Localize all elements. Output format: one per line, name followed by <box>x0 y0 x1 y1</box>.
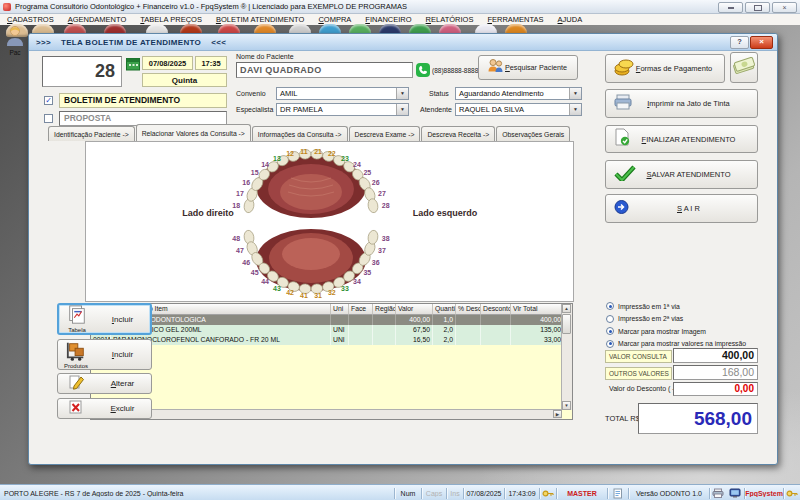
table-row[interactable]: 000159PARAMONOCLOROFENOL CANFORADO - FR … <box>91 335 572 345</box>
print-option[interactable]: Impressão em 1ª via <box>606 300 776 313</box>
tab-descreva-receita[interactable]: Descreva Receita -> <box>421 126 495 141</box>
table-header: NºDescrição do ItemUniFaceRegiãoValorQua… <box>91 304 572 315</box>
tooth-number-38: 38 <box>382 235 390 242</box>
column-header[interactable]: Face <box>349 304 373 315</box>
valor-consulta-value[interactable]: 400,00 <box>673 348 758 363</box>
tooth-number-11: 11 <box>300 148 308 155</box>
menu-item-cadastros[interactable]: CADASTROS <box>0 15 61 24</box>
scroll-right-icon[interactable]: ▶ <box>553 410 562 418</box>
dialog-close-button[interactable]: × <box>750 36 773 49</box>
valor-consulta-label: VALOR CONSULTA <box>605 350 672 363</box>
vscroll-thumb[interactable] <box>562 314 571 334</box>
column-header[interactable]: Uni <box>331 304 349 315</box>
radio-icon[interactable] <box>606 315 614 323</box>
atendente-select[interactable]: RAQUEL DA SILVA▼ <box>455 103 582 116</box>
nome-paciente-input[interactable]: DAVI QUADRADO <box>236 62 413 78</box>
dialog-help-button[interactable]: ? <box>730 36 749 49</box>
radio-icon[interactable] <box>606 327 614 335</box>
menu-item-ajuda[interactable]: AJUDA <box>551 15 590 24</box>
tooth-number-45: 45 <box>251 269 259 276</box>
table-cell: 16,50 <box>396 335 433 345</box>
menu-item-compra[interactable]: COMPRA <box>311 15 358 24</box>
outros-valores-value[interactable]: 168,00 <box>673 365 758 380</box>
time-field[interactable]: 17:35 <box>195 56 227 70</box>
whatsapp-icon[interactable] <box>416 63 430 81</box>
atendente-value: RAQUEL DA SILVA <box>459 105 524 114</box>
chevron-down-icon[interactable]: ▼ <box>396 104 408 115</box>
window-controls: × <box>718 2 797 13</box>
produtos-caption: Produtos <box>58 363 94 369</box>
restore-button[interactable] <box>745 2 770 13</box>
dialog-titlebar[interactable]: >>> TELA BOLETIM DE ATENDIMENTO <<< ? × <box>29 34 777 51</box>
paciente-toolbar-button[interactable]: Pac <box>2 25 28 69</box>
column-header[interactable]: Vlr Total <box>511 304 564 315</box>
tooth-number-46: 46 <box>242 259 250 266</box>
pesquisar-paciente-button[interactable]: Pesquisar Paciente <box>478 55 578 80</box>
chevron-down-icon[interactable]: ▼ <box>396 88 408 99</box>
sair-button[interactable]: S A I R <box>605 194 758 223</box>
table-cell <box>456 315 481 325</box>
radio-icon[interactable] <box>606 340 614 348</box>
column-header[interactable]: Valor <box>396 304 433 315</box>
especialista-select[interactable]: DR PAMELA▼ <box>276 103 409 116</box>
minimize-button[interactable] <box>718 2 743 13</box>
close-icon: × <box>782 4 786 11</box>
table-cell <box>456 335 481 345</box>
column-header[interactable]: % Desc. <box>456 304 481 315</box>
excluir-button[interactable]: Excluir <box>57 398 152 419</box>
salvar-button[interactable]: SALVAR ATENDIMENTO <box>605 160 758 189</box>
menu-item-ferramentas[interactable]: FERRAMENTAS <box>480 15 550 24</box>
tab-observações-gerais[interactable]: Observações Gerais <box>496 126 570 141</box>
calendar-icon[interactable] <box>126 57 140 75</box>
close-button[interactable]: × <box>772 2 797 13</box>
horizontal-scrollbar[interactable]: ◀ ▶ <box>91 409 562 419</box>
produtos-incluir-button[interactable]: Produtos Incluir <box>57 339 152 370</box>
tooth-number-32: 32 <box>328 289 336 296</box>
tooth-number-25: 25 <box>363 169 371 176</box>
tab-descreva-exame[interactable]: Descreva Exame -> <box>349 126 421 141</box>
tooth-number-33: 33 <box>341 285 349 292</box>
status-select[interactable]: Aguardando Atendimento▼ <box>455 87 582 100</box>
menu-item-tabela-pre-os[interactable]: TABELA PREÇOS <box>133 15 209 24</box>
table-row[interactable]: 000002CONSULTA ODONTOLOGICA400,001,0400,… <box>91 315 572 325</box>
menu-item-agendamento[interactable]: AGENDAMENTO <box>61 15 134 24</box>
alterar-button[interactable]: Alterar <box>57 373 152 394</box>
menu-item-relat-rios[interactable]: RELATÓRIOS <box>419 15 481 24</box>
menu-item-financeiro[interactable]: FINANCEIRO <box>358 15 418 24</box>
record-number-field[interactable]: 28 <box>42 56 122 87</box>
vertical-scrollbar[interactable]: ▲ ▼ <box>561 304 572 410</box>
chevron-down-icon[interactable]: ▼ <box>569 104 581 115</box>
boletim-checkbox[interactable]: ✓ <box>44 96 53 105</box>
radio-icon[interactable] <box>606 302 614 310</box>
column-header[interactable]: Desconto <box>481 304 511 315</box>
convenio-select[interactable]: AMIL▼ <box>276 87 409 100</box>
table-cell <box>373 335 396 345</box>
print-option[interactable]: Impressão em 2ª vias <box>606 313 776 326</box>
alterar-label: Alterar <box>94 379 151 388</box>
scroll-up-icon[interactable]: ▲ <box>562 304 571 313</box>
chevron-down-icon[interactable]: ▼ <box>569 88 581 99</box>
imprimir-button[interactable]: Imprimir na Jato de Tinta <box>605 89 758 118</box>
tab-identificação-paciente[interactable]: Identificação Paciente -> <box>48 126 135 141</box>
desconto-value[interactable]: 0,00 <box>673 382 758 396</box>
menu-item-boletim-atendimento[interactable]: BOLETIM ATENDIMENTO <box>209 15 312 24</box>
minimize-icon <box>728 7 734 9</box>
weekday-field: Quinta <box>142 73 227 87</box>
formas-pagamento-button[interactable]: Formas de Pagamento <box>605 54 725 83</box>
table-cell <box>373 315 396 325</box>
print-option[interactable]: Marcar para mostrar Imagem <box>606 325 776 338</box>
teeth-diagram: 1817161514131211212223242526272848474645… <box>86 142 573 301</box>
odontogram-panel[interactable]: 1817161514131211212223242526272848474645… <box>85 141 574 302</box>
tab-informações-da-consulta[interactable]: Informações da Consulta -> <box>252 126 348 141</box>
scroll-down-icon[interactable]: ▼ <box>562 401 571 410</box>
tab-relacionar-valores-da-consulta[interactable]: Relacionar Valores da Consulta -> <box>136 124 251 141</box>
date-field[interactable]: 07/08/2025 <box>142 56 193 70</box>
tabela-incluir-button[interactable]: Tabela Incluir <box>57 303 152 335</box>
column-header[interactable]: Quantia <box>433 304 456 315</box>
table-row[interactable]: 000148FLUOR TOPICO GEL 200MLUNI67,502,01… <box>91 325 572 335</box>
column-header[interactable]: Região <box>373 304 396 315</box>
finalizar-button[interactable]: FINALIZAR ATENDIMENTO <box>605 125 758 153</box>
num-lock-indicator: Num <box>395 490 421 497</box>
money-button[interactable] <box>730 52 758 83</box>
proposta-checkbox[interactable] <box>44 114 53 123</box>
